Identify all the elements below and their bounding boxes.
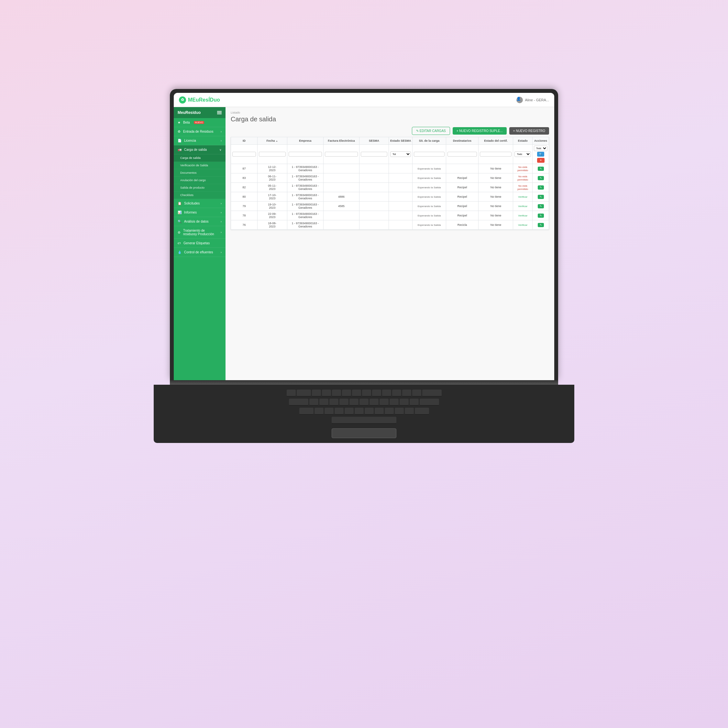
cell-estado-certif: No tiene xyxy=(479,183,513,192)
cell-estado-certif: No tiene xyxy=(479,192,513,202)
cell-fecha: 17-10-2023 xyxy=(257,192,287,202)
filter-destinatarios[interactable] xyxy=(448,152,477,157)
search-button[interactable]: 🔍 xyxy=(537,152,544,157)
filter-estado[interactable]: Todc Todos xyxy=(514,151,531,157)
logo-text: MEuResÍDuo xyxy=(188,97,220,103)
key xyxy=(402,390,411,397)
filter-fecha[interactable] xyxy=(259,152,286,157)
sidebar-item-efluentes[interactable]: 💧 Control de efluentes › xyxy=(174,248,225,257)
edit-row-button[interactable]: ✎ xyxy=(538,204,544,208)
cell-id: 87 xyxy=(231,164,257,173)
sidebar-item-informes[interactable]: 📊 Informes › xyxy=(174,208,225,217)
sidebar-item-entrada[interactable]: ♻ Entrada de Residuos › xyxy=(174,127,225,136)
filter-empresa[interactable] xyxy=(289,152,322,157)
key xyxy=(320,399,329,406)
sidebar-item-licencia[interactable]: 📄 Licencia › xyxy=(174,136,225,145)
edit-cargas-button[interactable]: ✎ EDITAR CARGAS xyxy=(412,127,450,135)
sidebar-sub-checklists[interactable]: Checklists xyxy=(174,191,225,199)
filter-estado-sesma[interactable]: Tot Todos xyxy=(390,151,411,157)
cell-fecha: 18-08-2023 xyxy=(257,220,287,230)
filter-estado2[interactable]: Todc xyxy=(534,145,548,151)
sidebar-sub-anulacion[interactable]: Anulación del cargo xyxy=(174,177,225,184)
cell-acciones: ✎ xyxy=(532,164,549,173)
key xyxy=(365,408,374,415)
beta-icon: ★ xyxy=(177,121,180,124)
cell-factura: 4886 xyxy=(323,192,359,202)
col-factura: Factura Electrónica xyxy=(323,137,359,145)
new-supp-button[interactable]: + NUEVO REGISTRO SUPLE... xyxy=(453,127,507,135)
sidebar-solicitudes-label: Solicitudes xyxy=(184,202,200,205)
sidebar-brand-text: MeuResíduo xyxy=(177,110,200,115)
col-destinatarios: Destinatarios xyxy=(446,137,479,145)
cell-acciones: ✎ xyxy=(532,173,549,183)
sidebar-sub-documentos[interactable]: Documentos xyxy=(174,169,225,177)
analisis-icon: 🔍 xyxy=(177,220,182,223)
carga-icon: 🚛 xyxy=(177,148,182,151)
cell-sit-carga: Esperando la Salida xyxy=(413,183,446,192)
user-avatar: 👤 xyxy=(516,97,523,103)
sidebar-sub-carga-salida[interactable]: Carga de salida xyxy=(174,154,225,162)
key xyxy=(352,390,361,397)
cell-sesma xyxy=(359,173,389,183)
breadcrumb: Listado xyxy=(231,111,549,114)
cell-sit-carga: Esperando la Salida xyxy=(413,192,446,202)
sidebar-item-beta[interactable]: ★ Beta NUEVO xyxy=(174,118,225,127)
cell-fecha: 06-11-2023 xyxy=(257,173,287,183)
cell-id: 78 xyxy=(231,211,257,220)
key xyxy=(422,390,442,397)
key xyxy=(410,399,419,406)
sidebar-item-tratamiento[interactable]: ⚙ Tratamiento de residuosy Producción › xyxy=(174,226,225,239)
cell-empresa: 1 - 9739349000163 - Geradores xyxy=(287,164,323,173)
cell-destinatarios: Recipel xyxy=(446,192,479,202)
search-btn-cell: Todc 🔍 ✕ xyxy=(534,145,548,163)
edit-row-button[interactable]: ✎ xyxy=(538,195,544,199)
filter-sesma[interactable] xyxy=(361,152,387,157)
new-registro-button[interactable]: + NUEVO REGISTRO xyxy=(509,127,549,135)
key xyxy=(309,399,318,406)
cell-acciones: ✎ xyxy=(532,202,549,211)
cell-estado-certif: No tiene xyxy=(479,173,513,183)
laptop-hinge xyxy=(170,380,558,385)
col-id: ID xyxy=(231,137,257,145)
sidebar-sub-verificacion[interactable]: Verificación de Salida xyxy=(174,162,225,169)
key xyxy=(362,390,371,397)
cell-estado-sesma xyxy=(388,183,413,192)
filter-estado-certif[interactable] xyxy=(480,152,512,157)
sidebar-sub-salida-producto[interactable]: Salida de producto xyxy=(174,184,225,191)
edit-row-button[interactable]: ✎ xyxy=(538,185,544,190)
cell-empresa: 1 - 9739349000163 - Geradores xyxy=(287,220,323,230)
filter-factura[interactable] xyxy=(325,152,358,157)
sidebar-item-analisis[interactable]: 🔍 Análisis de datos › xyxy=(174,217,225,226)
key xyxy=(412,390,421,397)
cell-factura xyxy=(323,220,359,230)
key xyxy=(322,390,331,397)
edit-row-button[interactable]: ✎ xyxy=(538,176,544,180)
sub-anulacion-label: Anulación del cargo xyxy=(180,179,206,182)
filter-id[interactable] xyxy=(232,152,256,157)
cell-estado-certif: No tiene xyxy=(479,220,513,230)
edit-row-button[interactable]: ✎ xyxy=(538,223,544,227)
cell-estado: No está permitido xyxy=(513,183,532,192)
sub-checklists-label: Checklists xyxy=(180,193,193,197)
cell-estado-sesma xyxy=(388,202,413,211)
cell-factura xyxy=(323,211,359,220)
licencia-icon: 📄 xyxy=(177,139,182,142)
edit-row-button[interactable]: ✎ xyxy=(538,167,544,171)
sidebar-item-etiquetas[interactable]: 🏷 Generar Etiquetas xyxy=(174,239,225,248)
key xyxy=(359,399,369,406)
sidebar-item-solicitudes[interactable]: 📋 Solicitudes › xyxy=(174,199,225,208)
edit-row-button[interactable]: ✎ xyxy=(538,214,544,218)
cell-estado-certif: No tiene xyxy=(479,164,513,173)
clear-button[interactable]: ✕ xyxy=(537,158,544,163)
key xyxy=(355,408,364,415)
key xyxy=(342,390,351,397)
key xyxy=(312,390,321,397)
trackpad[interactable] xyxy=(332,428,396,438)
hamburger-icon[interactable] xyxy=(217,111,222,114)
sidebar-item-carga[interactable]: 🚛 Carga de salida ∨ xyxy=(174,145,225,154)
key xyxy=(335,408,344,415)
col-fecha[interactable]: Fecha ▲ xyxy=(257,137,287,145)
key xyxy=(332,390,341,397)
filter-sit-carga[interactable] xyxy=(414,152,444,157)
key xyxy=(372,390,381,397)
